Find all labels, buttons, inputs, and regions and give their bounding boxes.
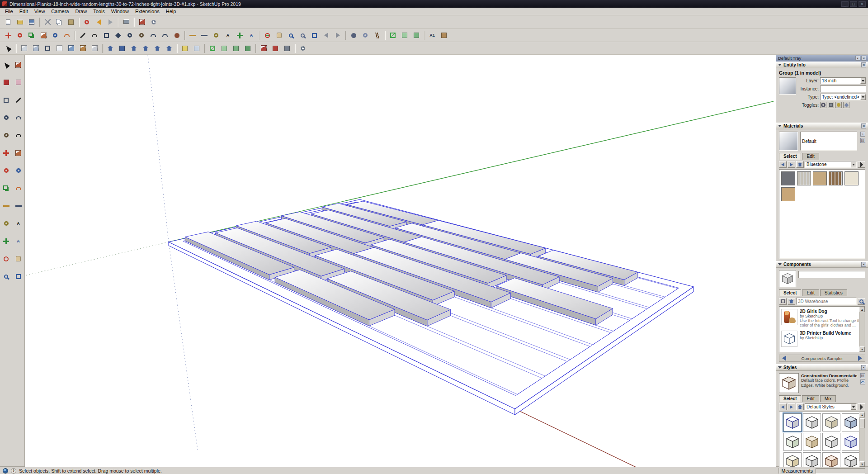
photo-match-icon[interactable] — [438, 30, 450, 41]
circle-icon[interactable] — [0, 112, 12, 123]
component-options-icon[interactable] — [281, 43, 293, 54]
secondary-pane-button[interactable]: ▤ — [860, 138, 865, 143]
material-swatch-sandstone[interactable] — [813, 171, 827, 185]
scale-icon[interactable] — [26, 30, 38, 41]
polygon-icon[interactable] — [0, 129, 12, 141]
follow-me-icon[interactable] — [13, 165, 24, 176]
cut-icon[interactable] — [42, 17, 53, 28]
save-file-icon[interactable] — [26, 17, 38, 28]
entity-info-header[interactable]: Entity Info × — [776, 62, 868, 68]
tray-close-icon[interactable]: × — [861, 56, 866, 61]
menu-extensions[interactable]: Extensions — [132, 8, 163, 14]
dropdown-arrow-icon[interactable] — [860, 78, 866, 84]
scroll-down-icon[interactable]: ▼ — [859, 346, 865, 352]
text-icon[interactable]: A — [222, 30, 234, 41]
materials-header[interactable]: Materials × — [776, 123, 868, 129]
style-thumbnail-blueprint[interactable] — [842, 413, 860, 431]
offset-icon[interactable] — [61, 30, 73, 41]
help-icon[interactable]: ? — [11, 468, 16, 474]
arc-icon[interactable] — [13, 112, 24, 123]
home-icon[interactable] — [796, 403, 804, 410]
undo-icon[interactable] — [93, 17, 104, 28]
components-header[interactable]: Components × — [776, 261, 868, 268]
rotate-icon[interactable] — [14, 30, 26, 41]
locked-toggle-icon[interactable] — [828, 102, 834, 108]
tab-edit[interactable]: Edit — [802, 153, 819, 160]
arc-tool-icon[interactable] — [147, 30, 159, 41]
instance-field[interactable] — [820, 85, 866, 92]
details-arrow-icon[interactable] — [858, 403, 865, 410]
3d-text-icon[interactable]: A — [13, 235, 24, 247]
advanced-camera-icon[interactable]: A1 — [426, 30, 438, 41]
zoom-window-icon[interactable] — [297, 30, 308, 41]
refresh-style-icon[interactable] — [860, 379, 865, 384]
tab-edit[interactable]: Edit — [802, 289, 819, 296]
collection-combo[interactable]: Bluestone — [805, 161, 857, 168]
shaded-icon[interactable] — [65, 43, 77, 54]
print-icon[interactable] — [120, 17, 132, 28]
create-material-button[interactable]: + — [860, 132, 865, 137]
tape-measure-icon[interactable] — [0, 200, 12, 212]
material-swatch-limestone[interactable] — [844, 171, 859, 185]
scroll-up-icon[interactable]: ▲ — [859, 307, 865, 312]
tab-select[interactable]: Select — [779, 395, 801, 402]
style-thumbnail-tan-sky[interactable] — [803, 433, 821, 451]
select-tool-icon[interactable] — [2, 43, 14, 54]
3d-text-icon[interactable]: A — [245, 30, 257, 41]
rotate-icon[interactable] — [0, 165, 12, 176]
walk-icon[interactable] — [371, 30, 383, 41]
offset-icon[interactable] — [13, 182, 24, 194]
secondary-pane-button[interactable]: ▤ — [860, 373, 865, 378]
menu-camera[interactable]: Camera — [48, 8, 72, 14]
minimize-button[interactable]: _ — [841, 1, 849, 7]
material-swatch-clay-tan[interactable] — [781, 187, 795, 201]
style-thumbnail-earthtone[interactable] — [822, 413, 840, 431]
iso-view-icon[interactable] — [104, 43, 116, 54]
close-button[interactable]: × — [859, 1, 866, 7]
menu-tools[interactable]: Tools — [90, 8, 108, 14]
look-around-icon[interactable] — [359, 30, 371, 41]
menu-help[interactable]: Help — [163, 8, 179, 14]
position-camera-icon[interactable] — [348, 30, 359, 41]
push-pull-icon[interactable] — [38, 30, 49, 41]
warehouse-search-input[interactable] — [796, 298, 857, 305]
shadows-icon[interactable] — [179, 43, 191, 54]
preferences-icon[interactable] — [148, 17, 160, 28]
search-icon[interactable] — [858, 298, 865, 305]
style-thumbnail-construction-documentation[interactable] — [783, 413, 802, 431]
style-thumbnail-green-ground[interactable] — [783, 433, 802, 451]
redo-icon[interactable] — [104, 17, 116, 28]
follow-me-icon[interactable] — [49, 30, 61, 41]
maximize-button[interactable]: □ — [850, 1, 857, 7]
dimension-icon[interactable] — [198, 30, 210, 41]
dropdown-arrow-icon[interactable] — [851, 404, 856, 410]
scroll-down-icon[interactable]: ▼ — [859, 461, 865, 467]
open-file-icon[interactable] — [14, 17, 26, 28]
orbit-icon[interactable] — [261, 30, 273, 41]
components-scrollbar[interactable]: ▲ ▼ — [859, 307, 865, 352]
styles-collection-combo[interactable]: Default Styles — [805, 403, 857, 410]
next-view-icon[interactable] — [332, 30, 344, 41]
previous-collection-icon[interactable] — [782, 356, 786, 361]
text-icon[interactable]: A — [13, 218, 24, 229]
tab-statistics[interactable]: Statistics — [820, 289, 847, 296]
entity-info-close-icon[interactable]: × — [861, 62, 866, 67]
materials-close-icon[interactable]: × — [861, 123, 866, 128]
rectangle-icon[interactable] — [0, 94, 12, 106]
pan-icon[interactable] — [13, 253, 24, 265]
style-preview[interactable] — [779, 373, 799, 393]
new-file-icon[interactable] — [2, 17, 14, 28]
menu-window[interactable]: Window — [108, 8, 132, 14]
styles-close-icon[interactable]: × — [861, 365, 866, 370]
material-preview[interactable] — [779, 132, 798, 151]
entity-thumbnail[interactable] — [779, 77, 796, 95]
styles-header[interactable]: Styles × — [776, 364, 868, 371]
cast-shadows-toggle-icon[interactable] — [835, 102, 842, 108]
x-ray-icon[interactable] — [18, 43, 30, 54]
line-icon[interactable] — [13, 94, 24, 106]
styles-scrollbar[interactable]: ▲ ▼ — [859, 412, 865, 467]
axes-icon[interactable] — [0, 235, 12, 247]
components-close-icon[interactable]: × — [861, 262, 866, 267]
select-icon[interactable] — [0, 59, 12, 71]
component-list-item[interactable]: 3D Printer Build Volume by SketchUp — [780, 329, 864, 348]
